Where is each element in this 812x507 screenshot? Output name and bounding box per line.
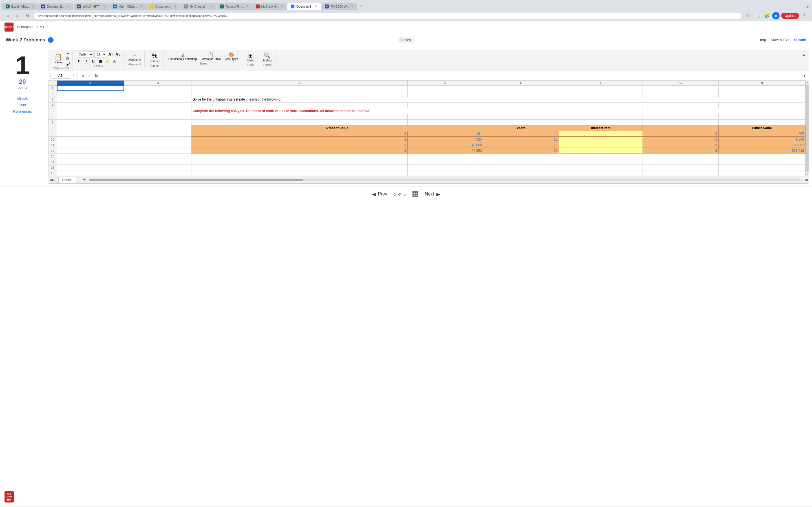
- print-link[interactable]: Print: [18, 103, 26, 107]
- sheet-ellipsis[interactable]: ...: [55, 178, 57, 181]
- prev-button[interactable]: ◀ Prev: [372, 191, 387, 197]
- alignment-button[interactable]: ≡ Alignment: [127, 51, 142, 62]
- cell-c8[interactable]: Present value: [192, 125, 483, 131]
- cell-b8[interactable]: [124, 125, 192, 131]
- conditional-formatting-button[interactable]: 📊 Conditional Formatting: [167, 51, 198, 61]
- cell-h13[interactable]: [718, 154, 805, 159]
- col-header-f[interactable]: F: [559, 80, 643, 86]
- cell-d6[interactable]: [407, 114, 483, 120]
- col-header-c[interactable]: C: [192, 80, 408, 86]
- cell-g6[interactable]: [643, 114, 718, 120]
- cell-c1[interactable]: [192, 86, 408, 91]
- tab-close-customers[interactable]: ✕: [174, 4, 177, 8]
- tab-citation[interactable]: ⚐ My Citation ... ✕: [181, 3, 216, 10]
- cell-c10-dollar[interactable]: $: [192, 136, 408, 142]
- cell-b6[interactable]: [124, 114, 192, 120]
- cell-a3[interactable]: [57, 97, 124, 102]
- formula-input[interactable]: [100, 73, 801, 78]
- cell-c13[interactable]: [192, 154, 408, 159]
- sheet-prev-button[interactable]: ◀: [49, 178, 52, 181]
- cell-f11[interactable]: [559, 142, 643, 148]
- cell-d1[interactable]: [407, 86, 483, 91]
- cell-a2[interactable]: [57, 91, 124, 97]
- cell-e1[interactable]: [483, 86, 559, 91]
- cell-c4[interactable]: [192, 102, 408, 108]
- bookmark-icon[interactable]: ☆: [744, 12, 751, 20]
- editing-button[interactable]: 🔍 Editing: [261, 51, 273, 63]
- cell-b5[interactable]: [124, 108, 192, 114]
- references-link[interactable]: References: [13, 109, 32, 114]
- cell-d15[interactable]: [407, 165, 483, 170]
- clipboard-expand[interactable]: ⊞: [66, 66, 69, 69]
- sheet-ellipsis-right[interactable]: ...: [77, 178, 82, 182]
- cell-b7[interactable]: [124, 120, 192, 125]
- tab-close-mail[interactable]: ✕: [140, 4, 143, 8]
- cell-d16[interactable]: [407, 170, 483, 176]
- cell-a16[interactable]: [57, 170, 124, 176]
- cell-h7[interactable]: [718, 120, 805, 125]
- underline-button[interactable]: U: [90, 58, 96, 64]
- cell-a5[interactable]: [57, 108, 124, 114]
- cell-f12[interactable]: [559, 148, 643, 154]
- cell-h6[interactable]: [718, 114, 805, 120]
- add-sheet-button[interactable]: +: [82, 177, 87, 183]
- cell-d11[interactable]: 48,000: [407, 142, 483, 148]
- tab-close-document[interactable]: ✕: [67, 4, 70, 8]
- copy-button[interactable]: ⧉: [66, 56, 70, 61]
- tab-customers[interactable]: C Customers ✕: [146, 3, 180, 10]
- cell-g11-dollar[interactable]: $: [643, 142, 718, 148]
- cell-c7[interactable]: [192, 120, 408, 125]
- font-expand[interactable]: ⊞: [101, 64, 103, 67]
- cell-d13[interactable]: [407, 154, 483, 159]
- cell-g14[interactable]: [643, 159, 718, 165]
- col-header-h[interactable]: H: [718, 80, 805, 86]
- cell-h11[interactable]: 185,382: [718, 142, 805, 148]
- cell-c11-dollar[interactable]: $: [192, 142, 408, 148]
- cell-a14[interactable]: [57, 159, 124, 165]
- cell-g2[interactable]: [643, 91, 718, 97]
- tab-close-mcgraw[interactable]: ✕: [281, 4, 284, 8]
- tab-wills[interactable]: W WillsO-MKT... ✕: [73, 3, 109, 10]
- cell-e15[interactable]: [483, 165, 559, 170]
- cell-a12[interactable]: [57, 148, 124, 154]
- reload-button[interactable]: ↻: [24, 12, 32, 20]
- cell-styles-button[interactable]: 🎨 Cell Styles: [223, 51, 239, 61]
- back-button[interactable]: ◀: [3, 12, 11, 20]
- col-header-d[interactable]: D: [407, 80, 483, 86]
- cell-g4[interactable]: [643, 102, 718, 108]
- cell-g16[interactable]: [643, 170, 718, 176]
- col-header-a[interactable]: A: [57, 80, 124, 86]
- cell-c15[interactable]: [192, 165, 408, 170]
- cell-g1[interactable]: [643, 86, 718, 91]
- cell-e16[interactable]: [483, 170, 559, 176]
- scroll-left-arrow[interactable]: ◀: [804, 178, 807, 181]
- cell-b14[interactable]: [124, 159, 192, 165]
- cell-h1[interactable]: [718, 86, 805, 91]
- update-button[interactable]: Update: [781, 13, 799, 19]
- cells-button[interactable]: ⊞ Cells: [245, 51, 255, 63]
- col-header-g[interactable]: G: [643, 80, 718, 86]
- cell-e9[interactable]: 4: [483, 131, 559, 136]
- font-size-select[interactable]: 11: [94, 51, 107, 57]
- cell-b2[interactable]: [124, 91, 192, 97]
- cell-f14[interactable]: [559, 159, 643, 165]
- tab-close-question[interactable]: ✕: [315, 4, 318, 8]
- cell-b15[interactable]: [124, 165, 192, 170]
- cell-b10[interactable]: [124, 136, 192, 142]
- cell-h16[interactable]: [718, 170, 805, 176]
- submit-button[interactable]: Submit: [794, 38, 806, 42]
- tab-close-excel[interactable]: ✕: [31, 4, 34, 8]
- cell-d12[interactable]: 40,353: [407, 148, 483, 154]
- tab-finc600[interactable]: F FINC600 W... ✕: [321, 3, 357, 10]
- tab-list-button[interactable]: ▾: [806, 4, 810, 10]
- cell-d7[interactable]: [407, 120, 483, 125]
- cell-b11[interactable]: [124, 142, 192, 148]
- cell-c9-dollar[interactable]: $: [192, 131, 408, 136]
- cell-f1[interactable]: [559, 86, 643, 91]
- col-header-e[interactable]: E: [483, 80, 559, 86]
- cell-b16[interactable]: [124, 170, 192, 176]
- tab-question[interactable]: Q Question 1 ✕: [287, 3, 321, 10]
- cell-c5[interactable]: Complete the following analysis. Do not …: [192, 108, 806, 114]
- number-button[interactable]: % Number: [148, 51, 161, 64]
- cell-e11[interactable]: 19: [483, 142, 559, 148]
